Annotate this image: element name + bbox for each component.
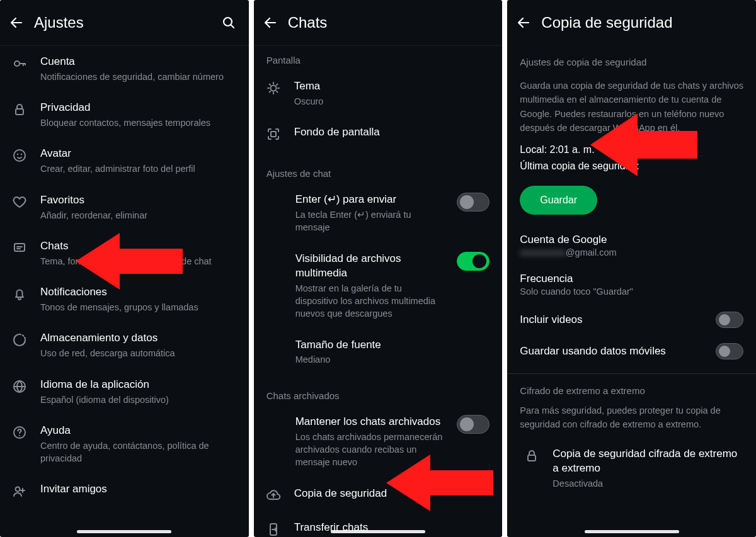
- item-title: Invitar amigos: [40, 482, 239, 497]
- row-mobile-data[interactable]: Guardar usando datos móviles: [507, 336, 756, 367]
- nav-bar-indicator: [77, 530, 171, 533]
- face-icon: [10, 147, 29, 163]
- toggle-media-visibility[interactable]: [457, 252, 490, 271]
- settings-item-avatar[interactable]: Avatar Crear, editar, administrar foto d…: [0, 138, 249, 184]
- item-title: Tamaño de fuente: [295, 338, 490, 353]
- settings-panel: Ajustes Cuenta Notificaciones de segurid…: [0, 0, 249, 537]
- item-title: Chats: [40, 239, 239, 254]
- section-backup-settings: Ajustes de copia de seguridad: [507, 45, 756, 72]
- google-email: xxxxxxxxxx@gmail.com: [520, 247, 743, 257]
- nav-bar-indicator: [585, 530, 679, 533]
- back-arrow-icon: [9, 15, 24, 30]
- last-backup-label: Última copia de seguridad:: [507, 158, 756, 174]
- item-subtitle: La tecla Enter (↵) enviará tu mensaje: [295, 208, 444, 234]
- toggle-keep-archived[interactable]: [457, 415, 490, 434]
- item-e2e-backup[interactable]: Copia de seguridad cifrada de extremo a …: [507, 438, 756, 499]
- back-button[interactable]: [511, 10, 536, 35]
- settings-item-favoritos[interactable]: Favoritos Añadir, reordenar, eliminar: [0, 184, 249, 230]
- row-frequency[interactable]: Frecuencia Solo cuando toco "Guardar": [507, 265, 756, 304]
- item-title: Enter (↵) para enviar: [295, 193, 444, 207]
- settings-item-ayuda[interactable]: Ayuda Centro de ayuda, contáctanos, polí…: [0, 415, 249, 474]
- bell-icon: [10, 285, 29, 302]
- invite-icon: [10, 482, 29, 499]
- item-subtitle: Desactivada: [553, 477, 746, 490]
- back-button[interactable]: [258, 10, 283, 35]
- back-button[interactable]: [4, 10, 29, 35]
- local-backup-time: Local: 2:01 a. m.: [507, 142, 756, 158]
- settings-item-notificaciones[interactable]: Notificaciones Tonos de mensajes, grupos…: [0, 276, 249, 322]
- item-title: Cuenta: [40, 55, 239, 69]
- page-title: Chats: [288, 14, 495, 31]
- item-title: Frecuencia: [520, 273, 743, 285]
- backup-description: Guarda una copia de seguridad de tus cha…: [520, 79, 743, 135]
- settings-item-chats[interactable]: Chats Tema, fondos de pantalla, historia…: [0, 230, 249, 276]
- nav-bar-indicator: [331, 530, 425, 533]
- save-backup-button[interactable]: Guardar: [520, 186, 597, 215]
- search-button[interactable]: [216, 10, 241, 35]
- transfer-icon: [264, 521, 283, 537]
- item-fondo[interactable]: Fondo de pantalla: [254, 116, 503, 150]
- item-font-size[interactable]: Tamaño de fuente Mediano: [254, 329, 503, 375]
- section-archived: Chats archivados: [254, 375, 503, 406]
- page-title: Ajustes: [34, 14, 211, 31]
- lock-icon: [10, 101, 29, 117]
- item-title: Mantener los chats archivados: [295, 415, 444, 429]
- section-pantalla: Pantalla: [254, 46, 503, 71]
- cloud-upload-icon: [264, 487, 283, 503]
- item-subtitle: Crear, editar, administrar foto del perf…: [40, 162, 239, 175]
- item-media-visibility[interactable]: Visibilidad de archivos multimedia Mostr…: [254, 243, 503, 329]
- globe-icon: [10, 378, 29, 394]
- chat-icon: [10, 239, 29, 256]
- settings-item-invitar[interactable]: Invitar amigos: [0, 473, 249, 507]
- settings-item-almacenamiento[interactable]: Almacenamiento y datos Uso de red, desca…: [0, 322, 249, 368]
- toggle-mobile-data[interactable]: [716, 343, 743, 359]
- header: Copia de seguridad: [507, 0, 756, 45]
- item-subtitle: Mediano: [295, 353, 490, 366]
- item-title: Fondo de pantalla: [294, 125, 493, 140]
- item-subtitle: Tema, fondos de pantalla, historial de c…: [40, 255, 239, 268]
- item-enter-send[interactable]: Enter (↵) para enviar La tecla Enter (↵)…: [254, 184, 503, 243]
- svg-rect-14: [528, 455, 536, 461]
- item-title: Favoritos: [40, 193, 239, 208]
- item-subtitle: Bloquear contactos, mensajes temporales: [40, 116, 239, 129]
- item-title: Visibilidad de archivos multimedia: [295, 252, 444, 281]
- chats-settings-panel: Chats Pantalla Tema Oscuro Fondo de pant…: [254, 0, 503, 537]
- svg-point-4: [17, 154, 18, 155]
- search-icon: [221, 15, 236, 30]
- settings-item-cuenta[interactable]: Cuenta Notificaciones de seguridad, camb…: [0, 46, 249, 92]
- row-include-videos[interactable]: Incluir videos: [507, 304, 756, 336]
- settings-item-privacidad[interactable]: Privacidad Bloquear contactos, mensajes …: [0, 92, 249, 138]
- item-title: Notificaciones: [40, 285, 239, 300]
- e2e-description: Para más seguridad, puedes proteger tu c…: [520, 404, 743, 432]
- wallpaper-icon: [264, 125, 283, 142]
- item-title: Tema: [294, 79, 493, 94]
- svg-point-3: [14, 150, 25, 161]
- item-backup[interactable]: Copia de seguridad: [254, 478, 503, 512]
- email-hidden-part: xxxxxxxxxx: [520, 247, 566, 257]
- toggle-include-videos[interactable]: [716, 312, 743, 328]
- heart-icon: [10, 193, 29, 210]
- item-subtitle: Notificaciones de seguridad, cambiar núm…: [40, 71, 239, 83]
- settings-item-idioma[interactable]: Idioma de la aplicación Español (idioma …: [0, 369, 249, 415]
- key-icon: [10, 55, 29, 71]
- row-google-account[interactable]: Cuenta de Google xxxxxxxxxx@gmail.com: [507, 226, 756, 265]
- item-subtitle: Centro de ayuda, contáctanos, política d…: [40, 439, 239, 465]
- lock-icon: [522, 447, 541, 463]
- svg-point-9: [19, 435, 20, 436]
- item-tema[interactable]: Tema Oscuro: [254, 71, 503, 116]
- item-subtitle: Tonos de mensajes, grupos y llamadas: [40, 301, 239, 314]
- item-keep-archived[interactable]: Mantener los chats archivados Los chats …: [254, 406, 503, 478]
- svg-point-11: [270, 86, 276, 91]
- item-title: Avatar: [40, 147, 239, 161]
- item-title: Idioma de la aplicación: [40, 378, 239, 392]
- svg-point-10: [16, 487, 20, 492]
- toggle-enter-send[interactable]: [457, 193, 490, 212]
- back-arrow-icon: [516, 15, 531, 30]
- help-icon: [10, 424, 29, 440]
- item-subtitle: Mostrar en la galería de tu dispositivo …: [295, 282, 444, 320]
- item-title: Cuenta de Google: [520, 234, 743, 246]
- svg-point-5: [21, 154, 22, 155]
- section-chat-settings: Ajustes de chat: [254, 150, 503, 184]
- item-subtitle: Solo cuando toco "Guardar": [520, 286, 743, 297]
- back-arrow-icon: [263, 15, 278, 30]
